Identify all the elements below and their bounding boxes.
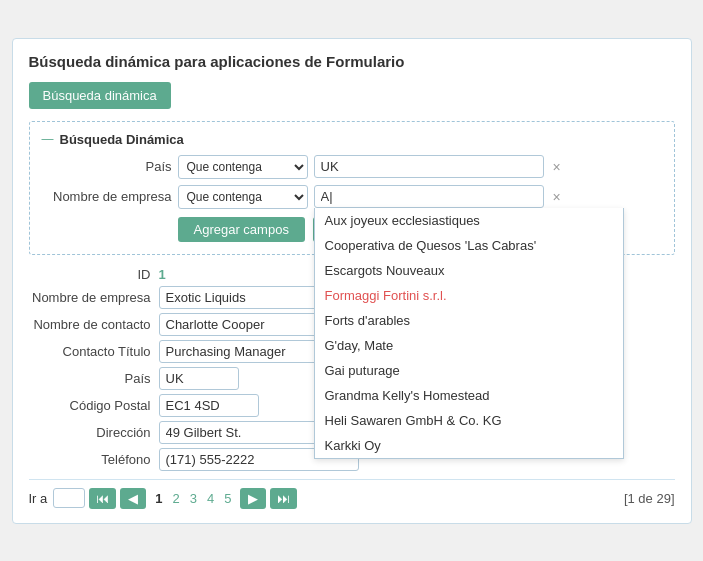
last-page-button[interactable]: ⏭ bbox=[270, 488, 297, 509]
empresa-dropdown-list: Aux joyeux ecclesiastiquesCooperativa de… bbox=[314, 208, 624, 459]
page-number-5[interactable]: 5 bbox=[219, 489, 236, 508]
prev-page-button[interactable]: ◀ bbox=[120, 488, 146, 509]
id-value: 1 bbox=[159, 267, 166, 282]
filter-row-empresa: Nombre de empresa Que contenga Aux joyeu… bbox=[42, 185, 662, 209]
dropdown-item[interactable]: Forts d'arables bbox=[315, 308, 623, 333]
pais-label: País bbox=[42, 159, 172, 174]
pais-value-input[interactable] bbox=[314, 155, 544, 178]
page-number-2[interactable]: 2 bbox=[168, 489, 185, 508]
section-toggle-icon[interactable]: — bbox=[42, 132, 54, 146]
section-title: Búsqueda Dinámica bbox=[60, 132, 184, 147]
pagination-bar: Ir a ⏮ ◀ 12345 ▶ ⏭ [1 de 29] bbox=[29, 479, 675, 509]
busqueda-dinamica-button[interactable]: Búsqueda dinámica bbox=[29, 82, 171, 109]
empresa-dropdown-container: Aux joyeux ecclesiastiquesCooperativa de… bbox=[314, 185, 544, 208]
dropdown-item[interactable]: Gai puturage bbox=[315, 358, 623, 383]
add-fields-button[interactable]: Agregar campos bbox=[178, 217, 305, 242]
cp-input[interactable] bbox=[159, 394, 259, 417]
contacto-label: Nombre de contacto bbox=[29, 317, 159, 332]
goto-label: Ir a bbox=[29, 491, 48, 506]
empresa-filter-label: Nombre de empresa bbox=[42, 189, 172, 204]
search-section: — Búsqueda Dinámica País Que contenga × … bbox=[29, 121, 675, 255]
dropdown-item[interactable]: Grandma Kelly's Homestead bbox=[315, 383, 623, 408]
empresa-label: Nombre de empresa bbox=[29, 290, 159, 305]
first-page-button[interactable]: ⏮ bbox=[89, 488, 116, 509]
dropdown-item[interactable]: Karkki Oy bbox=[315, 433, 623, 458]
dropdown-item[interactable]: Cooperativa de Quesos 'Las Cabras' bbox=[315, 233, 623, 258]
id-label: ID bbox=[29, 267, 159, 282]
pais-input[interactable] bbox=[159, 367, 239, 390]
pagination-total: [1 de 29] bbox=[624, 491, 675, 506]
page-number-4[interactable]: 4 bbox=[202, 489, 219, 508]
dropdown-item[interactable]: G'day, Mate bbox=[315, 333, 623, 358]
titulo-label: Contacto Título bbox=[29, 344, 159, 359]
page-number-1: 1 bbox=[150, 489, 167, 508]
dropdown-item[interactable]: Escargots Nouveaux bbox=[315, 258, 623, 283]
goto-input[interactable] bbox=[53, 488, 85, 508]
empresa-clear-button[interactable]: × bbox=[550, 189, 564, 205]
pais-condition-select[interactable]: Que contenga bbox=[178, 155, 308, 179]
dropdown-item[interactable]: Formaggi Fortini s.r.l. bbox=[315, 283, 623, 308]
pais-data-label: País bbox=[29, 371, 159, 386]
empresa-value-input[interactable] bbox=[314, 185, 544, 208]
cp-label: Código Postal bbox=[29, 398, 159, 413]
dropdown-item[interactable]: Aux joyeux ecclesiastiques bbox=[315, 208, 623, 233]
pais-clear-button[interactable]: × bbox=[550, 159, 564, 175]
empresa-condition-select[interactable]: Que contenga bbox=[178, 185, 308, 209]
filter-row-pais: País Que contenga × bbox=[42, 155, 662, 179]
dir-label: Dirección bbox=[29, 425, 159, 440]
next-page-button[interactable]: ▶ bbox=[240, 488, 266, 509]
dropdown-item[interactable]: Heli Sawaren GmbH & Co. KG bbox=[315, 408, 623, 433]
main-container: Búsqueda dinámica para aplicaciones de F… bbox=[12, 38, 692, 524]
tel-label: Teléfono bbox=[29, 452, 159, 467]
page-title: Búsqueda dinámica para aplicaciones de F… bbox=[29, 53, 675, 70]
section-header: — Búsqueda Dinámica bbox=[42, 132, 662, 147]
page-number-3[interactable]: 3 bbox=[185, 489, 202, 508]
page-numbers: 12345 bbox=[150, 491, 236, 506]
